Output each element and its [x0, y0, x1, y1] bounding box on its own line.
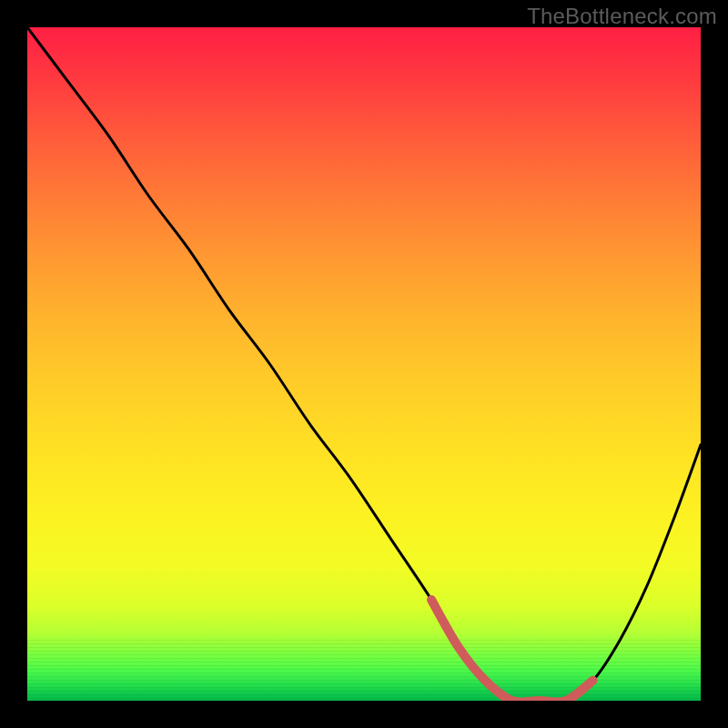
- highlight-segment: [431, 600, 593, 701]
- chart-frame: TheBottleneck.com: [0, 0, 728, 728]
- plot-area: [27, 27, 701, 701]
- watermark-text: TheBottleneck.com: [527, 4, 717, 29]
- curve-layer: [27, 27, 701, 701]
- highlight-layer: [27, 27, 701, 701]
- bottleneck-curve: [27, 27, 701, 701]
